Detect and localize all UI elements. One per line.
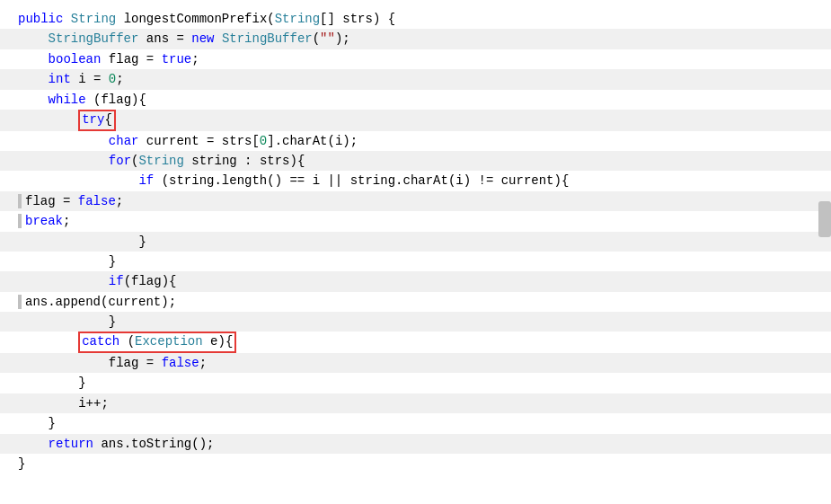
code-line-13: }: [0, 252, 831, 271]
code-line-14: if(flag){: [0, 271, 831, 291]
code-line-23: }: [0, 454, 831, 473]
code-line-3: boolean flag = true;: [0, 49, 831, 69]
code-line-4: int i = 0;: [0, 69, 831, 89]
code-line-1: public String longestCommonPrefix(String…: [0, 9, 831, 29]
catch-highlight-box: catch (Exception e){: [78, 332, 236, 353]
scrollbar[interactable]: [818, 201, 831, 237]
code-line-12: }: [0, 232, 831, 252]
code-line-9: if (string.length() == i || string.charA…: [0, 171, 831, 190]
code-line-15: ans.append(current);: [0, 292, 831, 312]
code-line-18: flag = false;: [0, 353, 831, 373]
code-line-2: StringBuffer ans = new StringBuffer("");: [0, 29, 831, 49]
code-line-21: }: [0, 413, 831, 433]
code-line-19: }: [0, 373, 831, 393]
code-line-22: return ans.toString();: [0, 434, 831, 454]
try-highlight-box: try{: [78, 110, 116, 131]
code-line-5: while (flag){: [0, 90, 831, 110]
code-line-6: try{: [0, 110, 831, 131]
code-line-8: for(String string : strs){: [0, 151, 831, 171]
code-line-16: }: [0, 312, 831, 332]
code-line-11: break;: [0, 211, 831, 231]
code-editor: public String longestCommonPrefix(String…: [0, 0, 831, 504]
code-line-17: catch (Exception e){: [0, 332, 831, 353]
code-line-10: flag = false;: [0, 191, 831, 211]
code-line-20: i++;: [0, 393, 831, 413]
code-line-7: char current = strs[0].charAt(i);: [0, 131, 831, 151]
